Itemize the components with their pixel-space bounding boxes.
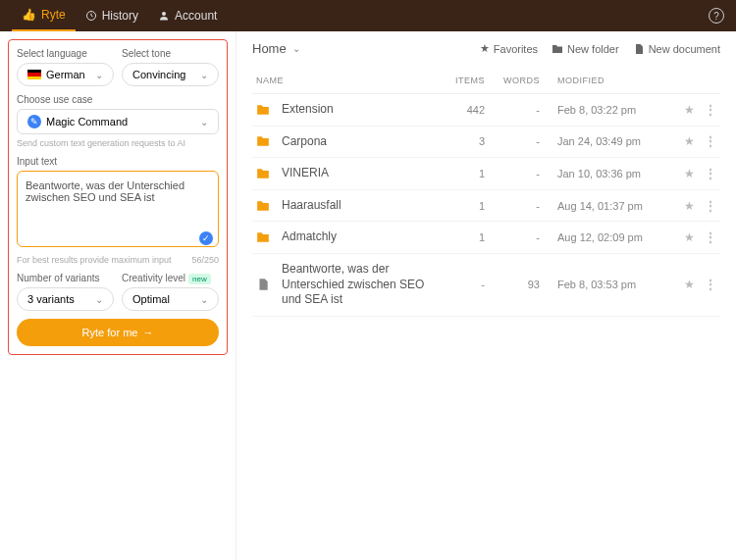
svg-point-1: [162, 12, 166, 16]
row-words: -: [485, 231, 540, 243]
ryte-for-me-button[interactable]: Ryte for me →: [17, 319, 219, 346]
nav-label: Account: [175, 9, 217, 23]
input-hint: For best results provide maximum input: [17, 255, 172, 265]
select-value: 3 variants: [27, 293, 75, 305]
folder-icon: [256, 199, 274, 213]
table-header: Name Items Words Modified: [252, 68, 720, 94]
more-icon[interactable]: ⋮: [705, 103, 716, 117]
row-items: 1: [440, 200, 485, 212]
row-name: Beantworte, was der Unterschied zwischen…: [282, 262, 440, 308]
thumbs-up-icon: 👍: [22, 8, 36, 22]
table-row[interactable]: VINERIA1-Jan 10, 03:36 pm★⋮: [252, 158, 720, 190]
row-name: VINERIA: [282, 166, 440, 181]
row-items: 3: [440, 135, 485, 147]
row-modified: Feb 8, 03:53 pm: [540, 279, 667, 290]
row-name: Haarausfall: [282, 198, 440, 214]
chevron-down-icon: ⌄: [95, 294, 103, 305]
select-value: German: [46, 69, 85, 80]
select-value: Convincing: [132, 69, 185, 80]
language-label: Select language: [17, 48, 114, 59]
star-icon[interactable]: ★: [684, 230, 695, 244]
action-label: Favorites: [494, 43, 538, 55]
new-document-button[interactable]: New document: [633, 42, 720, 55]
table-row[interactable]: Beantworte, was der Unterschied zwischen…: [252, 254, 720, 317]
action-label: New document: [649, 43, 720, 55]
table-row[interactable]: Haarausfall1-Aug 14, 01:37 pm★⋮: [252, 190, 720, 223]
col-name: Name: [256, 76, 440, 85]
check-icon: ✓: [199, 231, 213, 245]
variants-label: Number of variants: [17, 273, 114, 283]
config-panel: Select language German ⌄ Select tone Con…: [8, 39, 228, 355]
folder-icon: [256, 103, 274, 117]
folder-plus-icon: [552, 43, 563, 55]
nav-ryte[interactable]: 👍 Ryte: [12, 0, 76, 31]
row-modified: Jan 10, 03:36 pm: [540, 168, 667, 179]
new-badge: new: [188, 274, 211, 284]
table-row[interactable]: Extension442-Feb 8, 03:22 pm★⋮: [252, 94, 720, 127]
star-icon[interactable]: ★: [684, 167, 695, 180]
folder-icon: [256, 134, 274, 148]
usecase-label: Choose use case: [17, 94, 219, 105]
row-name: Carpona: [282, 134, 440, 150]
chevron-down-icon: ⌄: [95, 70, 103, 80]
table-row[interactable]: Admatchly1-Aug 12, 02:09 pm★⋮: [252, 222, 720, 254]
action-label: New folder: [567, 43, 619, 55]
row-name: Admatchly: [282, 229, 440, 245]
col-items: Items: [440, 76, 485, 85]
folder-icon: [256, 167, 274, 180]
col-words: Words: [485, 76, 540, 85]
row-items: -: [440, 279, 485, 290]
select-value: Magic Command: [46, 116, 128, 127]
button-label: Ryte for me: [82, 327, 138, 338]
chevron-down-icon: ⌄: [200, 70, 208, 80]
row-words: 93: [485, 279, 540, 290]
document-plus-icon: [633, 43, 645, 55]
favorites-button[interactable]: ★ Favorites: [480, 42, 538, 55]
input-counter: 56/250: [191, 255, 219, 265]
star-icon[interactable]: ★: [684, 278, 695, 291]
row-items: 1: [440, 231, 485, 243]
row-modified: Jan 24, 03:49 pm: [540, 135, 667, 147]
history-icon: [85, 10, 97, 22]
table-row[interactable]: Carpona3-Jan 24, 03:49 pm★⋮: [252, 127, 720, 159]
star-icon[interactable]: ★: [684, 199, 695, 213]
nav-label: Ryte: [41, 8, 66, 22]
row-words: -: [485, 168, 540, 179]
variants-select[interactable]: 3 variants ⌄: [17, 287, 114, 311]
row-words: -: [485, 200, 540, 212]
nav-account[interactable]: Account: [148, 0, 227, 31]
creativity-label: Creativity levelnew: [122, 273, 219, 283]
tone-label: Select tone: [122, 48, 219, 59]
more-icon[interactable]: ⋮: [705, 278, 716, 291]
select-value: Optimal: [132, 293, 170, 305]
star-icon[interactable]: ★: [684, 134, 695, 148]
creativity-select[interactable]: Optimal ⌄: [122, 287, 219, 311]
more-icon[interactable]: ⋮: [705, 167, 716, 180]
input-label: Input text: [17, 156, 219, 167]
row-items: 442: [440, 104, 485, 116]
row-items: 1: [440, 168, 485, 179]
tone-select[interactable]: Convincing ⌄: [122, 63, 219, 86]
row-modified: Feb 8, 03:22 pm: [540, 104, 667, 116]
input-textarea[interactable]: [17, 171, 219, 247]
star-icon[interactable]: ★: [684, 103, 695, 117]
row-words: -: [485, 104, 540, 116]
more-icon[interactable]: ⋮: [705, 134, 716, 148]
usecase-hint: Send custom text generation requests to …: [17, 138, 219, 148]
help-icon[interactable]: ?: [709, 8, 724, 24]
magic-icon: ✎: [27, 115, 41, 128]
language-select[interactable]: German ⌄: [17, 63, 114, 86]
usecase-select[interactable]: ✎Magic Command ⌄: [17, 109, 219, 134]
breadcrumb-label: Home: [252, 41, 287, 56]
new-folder-button[interactable]: New folder: [552, 42, 619, 55]
more-icon[interactable]: ⋮: [705, 199, 716, 213]
breadcrumb[interactable]: Home ⌄: [252, 41, 300, 56]
folder-icon: [256, 230, 274, 244]
nav-history[interactable]: History: [76, 0, 148, 31]
user-icon: [158, 10, 170, 22]
chevron-down-icon: ⌄: [200, 117, 208, 127]
row-name: Extension: [282, 102, 440, 118]
more-icon[interactable]: ⋮: [705, 230, 716, 244]
flag-de-icon: [27, 70, 41, 79]
chevron-down-icon: ⌄: [292, 43, 300, 54]
